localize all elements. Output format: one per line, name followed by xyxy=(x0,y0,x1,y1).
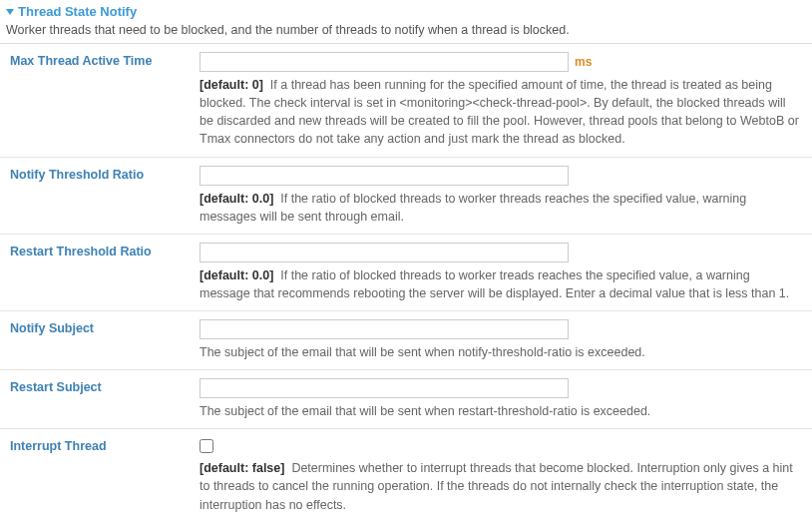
label-restart-subject: Restart Subject xyxy=(10,378,200,394)
input-max-thread-active-time[interactable] xyxy=(200,52,569,72)
input-restart-threshold-ratio[interactable] xyxy=(200,243,569,262)
row-notify-threshold-ratio: Notify Threshold Ratio [default: 0.0] If… xyxy=(0,158,812,235)
content-notify-subject: The subject of the email that will be se… xyxy=(200,319,806,361)
section-header: Thread State Notify Worker threads that … xyxy=(0,0,812,44)
content-restart-threshold-ratio: [default: 0.0] If the ratio of blocked t… xyxy=(200,243,806,302)
content-max-thread-active-time: ms [default: 0] If a thread has been run… xyxy=(200,52,806,149)
row-restart-threshold-ratio: Restart Threshold Ratio [default: 0.0] I… xyxy=(0,235,812,311)
help-restart-threshold-ratio: [default: 0.0] If the ratio of blocked t… xyxy=(200,266,800,302)
help-max-thread-active-time: [default: 0] If a thread has been runnin… xyxy=(200,76,800,149)
helptext-notify-threshold-ratio: If the ratio of blocked threads to worke… xyxy=(200,192,746,224)
default-notify-threshold-ratio: [default: 0.0] xyxy=(200,192,273,206)
unit-ms: ms xyxy=(575,55,592,69)
section-description: Worker threads that need to be blocked, … xyxy=(6,23,806,37)
section-title-text: Thread State Notify xyxy=(18,4,137,19)
default-max-thread-active-time: [default: 0] xyxy=(200,78,263,92)
help-notify-subject: The subject of the email that will be se… xyxy=(200,343,800,361)
helptext-interrupt-thread: Determines whether to interrupt threads … xyxy=(200,461,793,511)
default-interrupt-thread: [default: false] xyxy=(200,461,284,475)
help-interrupt-thread: [default: false] Determines whether to i… xyxy=(200,459,800,513)
row-max-thread-active-time: Max Thread Active Time ms [default: 0] I… xyxy=(0,44,812,158)
section-toggle[interactable]: Thread State Notify xyxy=(6,4,806,19)
input-notify-subject[interactable] xyxy=(200,319,569,339)
row-restart-subject: Restart Subject The subject of the email… xyxy=(0,370,812,429)
label-notify-subject: Notify Subject xyxy=(10,319,200,335)
input-notify-threshold-ratio[interactable] xyxy=(200,166,569,186)
content-restart-subject: The subject of the email that will be se… xyxy=(200,378,806,420)
checkbox-interrupt-thread[interactable] xyxy=(200,439,213,453)
helptext-restart-threshold-ratio: If the ratio of blocked threads to worke… xyxy=(200,268,789,300)
label-restart-threshold-ratio: Restart Threshold Ratio xyxy=(10,243,200,259)
label-max-thread-active-time: Max Thread Active Time xyxy=(10,52,200,68)
default-restart-threshold-ratio: [default: 0.0] xyxy=(200,268,273,282)
help-notify-threshold-ratio: [default: 0.0] If the ratio of blocked t… xyxy=(200,190,800,226)
help-restart-subject: The subject of the email that will be se… xyxy=(200,402,800,420)
content-notify-threshold-ratio: [default: 0.0] If the ratio of blocked t… xyxy=(200,166,806,226)
label-interrupt-thread: Interrupt Thread xyxy=(10,437,200,453)
collapse-icon xyxy=(6,9,14,15)
label-notify-threshold-ratio: Notify Threshold Ratio xyxy=(10,166,200,182)
content-interrupt-thread: [default: false] Determines whether to i… xyxy=(200,437,806,513)
helptext-max-thread-active-time: If a thread has been running for the spe… xyxy=(200,78,799,146)
row-interrupt-thread: Interrupt Thread [default: false] Determ… xyxy=(0,429,812,519)
row-notify-subject: Notify Subject The subject of the email … xyxy=(0,311,812,370)
input-restart-subject[interactable] xyxy=(200,378,569,398)
